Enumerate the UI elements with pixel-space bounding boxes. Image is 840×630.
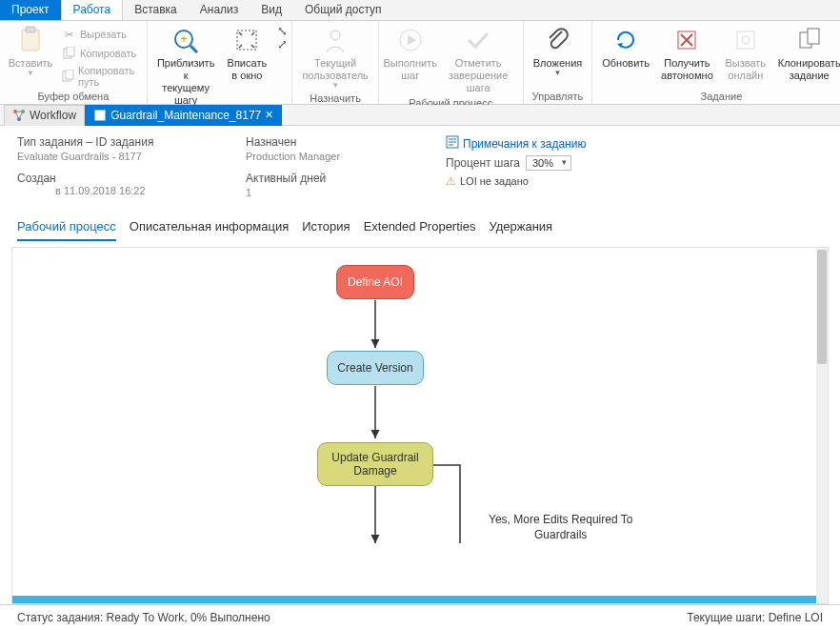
status-right: Текущие шаги: Define LOI xyxy=(687,611,823,624)
edge-label-line2: Guardrails xyxy=(534,528,587,541)
menu-project[interactable]: Проект xyxy=(0,0,61,20)
ribbon-group-clipboard: Вставить ▼ ✂Вырезать Копировать Копирова… xyxy=(0,21,148,104)
ribbon-group-assign: Текущий пользователь ▼ Назначить xyxy=(292,21,378,104)
workflow-canvas[interactable]: Define AOI Create Version Update Guardra… xyxy=(12,248,828,603)
edge-label-line1: Yes, More Edits Required To xyxy=(489,513,632,526)
assigned-label: Назначен xyxy=(246,135,446,149)
horizontal-scrollbar[interactable] xyxy=(12,596,816,603)
subtab-extended[interactable]: Extended Properties xyxy=(364,219,476,241)
fit-label: Вписать в окно xyxy=(228,57,268,82)
ribbon-group-task: Обновить Получить автономно Вызвать онла… xyxy=(592,21,840,104)
mark-complete-button: Отметить завершение шага xyxy=(438,23,519,96)
play-icon xyxy=(397,25,424,55)
clone-task-button[interactable]: Клонировать задание xyxy=(772,23,840,84)
close-icon[interactable]: ✕ xyxy=(265,109,273,121)
zoom-current-label: Приблизить к текущему шагу xyxy=(157,57,215,107)
refresh-icon xyxy=(612,25,639,55)
menu-work[interactable]: Работа xyxy=(61,0,124,20)
svg-point-10 xyxy=(330,30,340,40)
vertical-scrollbar[interactable] xyxy=(816,248,828,603)
wf-node-create-version[interactable]: Create Version xyxy=(327,351,424,385)
run-step-button: Выполнить шаг xyxy=(383,23,438,84)
svg-rect-1 xyxy=(26,27,35,32)
tab-workflow-label: Workflow xyxy=(30,109,76,122)
menu-bar: Проект Работа Вставка Анализ Вид Общий д… xyxy=(0,0,840,21)
tab-guardrail[interactable]: Guardrail_Maintenance_8177 ✕ xyxy=(85,105,282,126)
fit-icon xyxy=(234,25,259,55)
copy-icon xyxy=(61,46,76,61)
arrows-out-icon[interactable]: ⤢ xyxy=(277,38,288,51)
chevron-down-icon: ▼ xyxy=(331,81,339,90)
menu-insert[interactable]: Вставка xyxy=(123,0,189,20)
task-icon xyxy=(93,109,107,122)
menu-analysis[interactable]: Анализ xyxy=(189,0,250,20)
notes-icon xyxy=(446,135,459,152)
subtab-workflow[interactable]: Рабочий процесс xyxy=(17,219,116,241)
subtab-descriptive[interactable]: Описательная информация xyxy=(130,219,289,241)
sub-nav: Рабочий процесс Описательная информация … xyxy=(0,212,840,241)
subtab-history[interactable]: История xyxy=(302,219,350,241)
refresh-label: Обновить xyxy=(602,57,650,70)
task-type-value: Evaluate Guardrails - 8177 xyxy=(17,151,246,162)
group-label-manage: Управлять xyxy=(528,90,589,104)
svg-rect-17 xyxy=(737,31,754,49)
collapse-icons: ⤡ ⤢ xyxy=(273,23,288,51)
current-user-label: Текущий пользователь xyxy=(302,57,368,82)
tab-workflow[interactable]: Workflow xyxy=(4,105,85,126)
online-icon xyxy=(732,25,759,55)
cut-icon: ✂ xyxy=(61,27,76,42)
call-online-label: Вызвать онлайн xyxy=(725,57,766,82)
svg-rect-20 xyxy=(808,29,819,44)
current-user-button: Текущий пользователь ▼ xyxy=(296,23,373,91)
svg-marker-12 xyxy=(408,35,416,45)
vertical-scroll-thumb[interactable] xyxy=(817,250,827,364)
clone-icon xyxy=(796,25,823,55)
warning-icon: ⚠ xyxy=(446,174,456,188)
status-left: Статус задания: Ready To Work, 0% Выполн… xyxy=(17,611,270,624)
created-value: в 11.09.2018 16:22 xyxy=(55,185,146,196)
cut-button: ✂Вырезать xyxy=(57,25,143,44)
arrows-in-icon[interactable]: ⤡ xyxy=(277,25,288,38)
get-offline-button[interactable]: Получить автономно xyxy=(655,23,719,84)
paste-button: Вставить ▼ xyxy=(4,23,57,79)
zoom-icon: + xyxy=(171,25,200,55)
svg-text:+: + xyxy=(181,32,188,46)
document-tab-bar: Workflow Guardrail_Maintenance_8177 ✕ xyxy=(0,105,840,126)
workflow-edges xyxy=(12,248,828,603)
tab-guardrail-label: Guardrail_Maintenance_8177 xyxy=(110,109,261,122)
menu-view[interactable]: Вид xyxy=(250,0,293,20)
group-label-assign: Назначить xyxy=(296,91,373,106)
chevron-down-icon: ▼ xyxy=(27,69,34,77)
creator-blank xyxy=(17,185,51,196)
get-offline-label: Получить автономно xyxy=(661,57,713,82)
wf-node-update-damage[interactable]: Update Guardrail Damage xyxy=(317,442,433,486)
subtab-holds[interactable]: Удержания xyxy=(489,219,552,241)
svg-rect-24 xyxy=(95,111,105,120)
percent-select[interactable]: 30% xyxy=(526,155,571,171)
paste-icon xyxy=(18,25,43,55)
percent-label: Процент шага xyxy=(446,156,520,170)
paperclip-icon xyxy=(545,25,570,55)
call-online-button: Вызвать онлайн xyxy=(719,23,772,84)
copy-path-icon xyxy=(61,69,74,84)
ribbon-group-workflow: Выполнить шаг Отметить завершение шага Р… xyxy=(379,21,524,104)
task-notes-link[interactable]: Примечания к заданию xyxy=(446,135,823,152)
menu-share[interactable]: Общий доступ xyxy=(293,0,393,20)
task-info-panel: Тип задания – ID задания Evaluate Guardr… xyxy=(0,126,840,212)
fit-window-button[interactable]: Вписать в окно xyxy=(220,23,273,84)
group-label-clipboard: Буфер обмена xyxy=(4,90,143,104)
ribbon: Вставить ▼ ✂Вырезать Копировать Копирова… xyxy=(0,21,840,105)
run-step-label: Выполнить шаг xyxy=(383,57,436,82)
zoom-current-step-button[interactable]: + Приблизить к текущему шагу xyxy=(151,23,221,109)
assigned-value: Production Manager xyxy=(246,151,446,162)
created-label: Создан xyxy=(17,172,246,185)
check-icon xyxy=(465,25,491,55)
attachments-button[interactable]: Вложения ▼ xyxy=(528,23,589,79)
user-icon xyxy=(323,25,348,55)
wf-node-define-aoi[interactable]: Define AOI xyxy=(336,265,414,299)
offline-icon xyxy=(673,25,700,55)
refresh-button[interactable]: Обновить xyxy=(596,23,655,71)
active-days-value: 1 xyxy=(246,187,446,198)
copy-path-button: Копировать путь xyxy=(57,63,143,90)
mark-complete-label: Отметить завершение шага xyxy=(444,57,513,94)
